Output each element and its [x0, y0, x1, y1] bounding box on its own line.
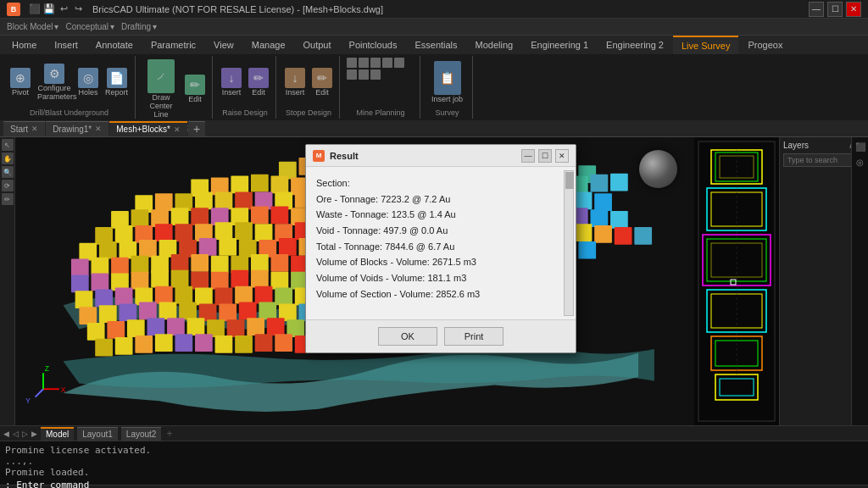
mp-icon4[interactable] — [382, 58, 392, 68]
svg-rect-175 — [231, 270, 248, 288]
svg-rect-215 — [99, 305, 117, 323]
nav-tab-layout1[interactable]: Layout1 — [77, 427, 118, 441]
document-tab-bar: Start ✕ Drawing1* ✕ Mesh+Blocks* ✕ + — [0, 120, 868, 137]
dialog-close-button[interactable]: ✕ — [555, 149, 569, 163]
drift-edit-btn[interactable]: ✏ Edit — [183, 73, 207, 106]
svg-rect-167 — [71, 274, 89, 292]
toolbar-draw[interactable]: ✏ — [2, 193, 14, 205]
mp-icon6[interactable] — [347, 69, 357, 80]
svg-rect-70 — [271, 206, 289, 224]
tab-home[interactable]: Home — [3, 36, 45, 54]
nav-tab-layout2[interactable]: Layout2 — [121, 427, 162, 441]
nav-next[interactable]: ▶ — [31, 430, 37, 438]
doc-tab-start-label: Start — [10, 125, 28, 134]
tab-modeling[interactable]: Modeling — [467, 36, 522, 54]
doc-tab-meshblocks-close[interactable]: ✕ — [174, 125, 181, 134]
tab-pointclouds[interactable]: Pointclouds — [341, 36, 406, 54]
minimize-button[interactable]: — — [809, 2, 824, 17]
app-logo: B — [7, 3, 20, 16]
tab-livesurvey[interactable]: Live Survey — [673, 36, 738, 54]
tab-view[interactable]: View — [205, 36, 242, 54]
workspace-drafting[interactable]: Drafting ▾ — [121, 22, 157, 31]
qa-redo[interactable]: ↪ — [72, 3, 84, 15]
doc-tab-start[interactable]: Start ✕ — [3, 121, 45, 136]
svg-rect-19 — [251, 175, 269, 192]
configure-btn[interactable]: ⚙ Configure Parameters — [36, 62, 73, 103]
view-icon-2[interactable]: ◎ — [854, 156, 866, 168]
dialog-scrollbar[interactable] — [564, 170, 574, 316]
svg-rect-238 — [127, 319, 145, 337]
dialog-maximize-button[interactable]: ☐ — [538, 149, 552, 163]
insertjob-btn[interactable]: 📋 Insert job — [430, 59, 465, 106]
raise-insert-btn[interactable]: ↓ Insert — [220, 66, 243, 99]
nav-prev[interactable]: ◀ — [3, 430, 9, 438]
tab-progeox[interactable]: Progeox — [739, 36, 791, 54]
mp-icon7[interactable] — [359, 69, 369, 80]
tab-annotate[interactable]: Annotate — [87, 36, 142, 54]
tab-insert[interactable]: Insert — [46, 36, 86, 54]
dialog-scroll-thumb[interactable] — [565, 172, 574, 189]
doc-tab-meshblocks[interactable]: Mesh+Blocks* ✕ — [109, 121, 187, 136]
svg-rect-199 — [235, 286, 253, 304]
print-button[interactable]: Print — [444, 327, 504, 346]
svg-rect-219 — [179, 302, 197, 320]
mp-icon1[interactable] — [347, 58, 357, 68]
ribbon-content: ⊕ Pivot ⚙ Configure Parameters ◎ Holes 📄… — [0, 54, 868, 120]
qa-new[interactable]: ⬛ — [29, 3, 41, 15]
raise-edit-btn[interactable]: ✏ Edit — [247, 66, 270, 99]
stope-edit-btn[interactable]: ✏ Edit — [310, 66, 334, 99]
drift-edit-icon: ✏ — [185, 75, 205, 95]
mp-icon2[interactable] — [359, 58, 369, 68]
svg-rect-243 — [227, 319, 245, 337]
toolbar-zoom[interactable]: 🔍 — [2, 166, 14, 178]
qa-undo[interactable]: ↩ — [58, 3, 70, 15]
nav-tab-model[interactable]: Model — [41, 427, 74, 441]
stope-insert-btn[interactable]: ↓ Insert — [283, 66, 307, 99]
nav-next-small[interactable]: ▷ — [22, 430, 28, 438]
dialog-content: Section: Ore - Tonnage: 7223.2 @ 7.2 Au … — [316, 175, 565, 302]
left-toolbar: ↖ ✋ 🔍 ⟳ ✏ — [0, 137, 15, 425]
tab-manage[interactable]: Manage — [243, 36, 294, 54]
drawcenterline-btn[interactable]: ⟋ Draw Center Line — [142, 58, 180, 121]
svg-rect-237 — [107, 321, 125, 339]
doc-tab-drawing1[interactable]: Drawing1* ✕ — [46, 121, 108, 136]
mp-icon5[interactable] — [394, 58, 404, 68]
doc-tab-drawing1-close[interactable]: ✕ — [95, 125, 102, 133]
svg-rect-91 — [155, 224, 173, 241]
close-button[interactable]: ✕ — [846, 2, 861, 17]
mp-icon3[interactable] — [370, 58, 381, 68]
workspace-concept[interactable]: Conceptual ▾ — [65, 22, 114, 31]
ok-button[interactable]: OK — [378, 327, 437, 346]
maximize-button[interactable]: ☐ — [827, 2, 843, 17]
svg-text:Y: Y — [25, 396, 31, 405]
mp-icon8[interactable] — [370, 69, 381, 80]
svg-rect-259 — [155, 334, 173, 352]
pivot-icon-btn[interactable]: ⊕ Pivot — [8, 66, 32, 99]
toolbar-pan[interactable]: ✋ — [2, 152, 14, 164]
tab-engineering1[interactable]: Engineering 1 — [522, 36, 597, 54]
toolbar-select[interactable]: ↖ — [2, 139, 14, 151]
toolbar-orbit[interactable]: ⟳ — [2, 180, 14, 191]
result-line-1: Ore - Tonnage: 7223.2 @ 7.2 Au — [316, 191, 565, 208]
tab-output[interactable]: Output — [295, 36, 340, 54]
qa-save[interactable]: 💾 — [43, 3, 55, 15]
view-icon-1[interactable]: ⬛ — [854, 141, 866, 152]
svg-rect-193 — [115, 288, 133, 306]
tab-parametric[interactable]: Parametric — [142, 36, 204, 54]
tab-engineering2[interactable]: Engineering 2 — [598, 36, 672, 54]
svg-rect-94 — [215, 222, 233, 240]
dialog-minimize-button[interactable]: — — [521, 149, 535, 163]
svg-rect-114 — [615, 227, 632, 245]
svg-rect-42 — [215, 191, 233, 209]
tab-essentials[interactable]: Essentials — [406, 36, 465, 54]
nav-prev-small[interactable]: ◁ — [13, 430, 19, 438]
raise-edit-icon: ✏ — [248, 68, 269, 88]
doc-tab-start-close[interactable]: ✕ — [31, 125, 38, 133]
nav-add-tab[interactable]: + — [166, 428, 172, 440]
stope-insert-label: Insert — [286, 89, 305, 97]
holes-btn[interactable]: ◎ Holes — [76, 66, 100, 99]
drillblast-icons: ⊕ Pivot ⚙ Configure Parameters ◎ Holes 📄… — [8, 58, 130, 107]
doc-tab-add[interactable]: + — [188, 121, 205, 136]
report-btn[interactable]: 📄 Report — [103, 66, 130, 99]
workspace-model-name[interactable]: Block Model ▾ — [7, 22, 58, 31]
